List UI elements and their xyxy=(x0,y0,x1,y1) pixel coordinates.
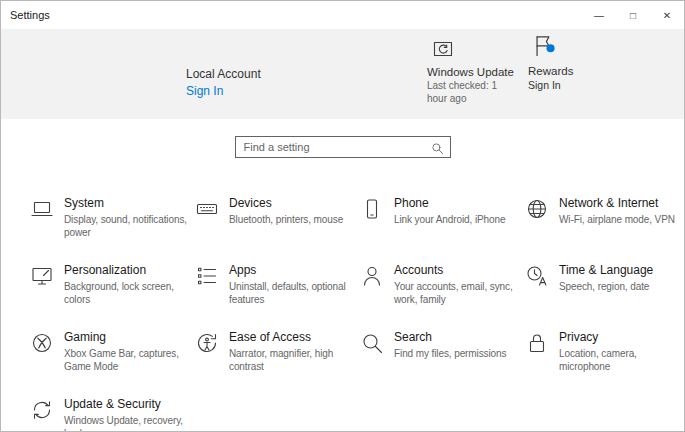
category-subtitle: Find my files, permissions xyxy=(394,347,506,360)
category-subtitle: Background, lock screen, colors xyxy=(64,280,187,306)
gaming-icon xyxy=(30,331,54,355)
category-title: Accounts xyxy=(394,263,517,277)
category-apps[interactable]: Apps Uninstall, defaults, optional featu… xyxy=(191,261,356,328)
category-subtitle: Wi-Fi, airplane mode, VPN xyxy=(559,213,675,226)
category-time-language[interactable]: Time & Language Speech, region, date xyxy=(521,261,685,328)
accounts-icon xyxy=(360,264,384,288)
category-phone[interactable]: Phone Link your Android, iPhone xyxy=(356,194,521,261)
search-box xyxy=(235,136,451,158)
category-subtitle: Display, sound, notifications, power xyxy=(64,213,187,239)
category-subtitle: Location, camera, microphone xyxy=(559,347,682,373)
category-privacy[interactable]: Privacy Location, camera, microphone xyxy=(521,328,685,395)
category-title: Network & Internet xyxy=(559,196,675,210)
windows-update-status: Last checked: 1 hour ago xyxy=(427,80,519,105)
category-title: Privacy xyxy=(559,330,682,344)
close-button[interactable]: ✕ xyxy=(650,1,684,29)
category-subtitle: Your accounts, email, sync, work, family xyxy=(394,280,517,306)
personalization-icon xyxy=(30,264,54,288)
search-input[interactable] xyxy=(236,137,450,157)
category-subtitle: Speech, region, date xyxy=(559,280,653,293)
category-title: Ease of Access xyxy=(229,330,352,344)
window-title: Settings xyxy=(1,1,50,29)
windows-update-block[interactable]: Windows Update Last checked: 1 hour ago xyxy=(427,37,522,105)
category-search[interactable]: Search Find my files, permissions xyxy=(356,328,521,395)
settings-window: Settings — □ ✕ Local Account Sign In Win… xyxy=(0,0,685,432)
category-update-security[interactable]: Update & Security Windows Update, recove… xyxy=(26,395,191,432)
account-block: Local Account Sign In xyxy=(186,67,261,98)
ease-of-access-icon xyxy=(195,331,219,355)
category-title: Devices xyxy=(229,196,343,210)
minimize-button[interactable]: — xyxy=(582,1,616,29)
privacy-icon xyxy=(525,331,549,355)
category-subtitle: Bluetooth, printers, mouse xyxy=(229,213,343,226)
local-account-label: Local Account xyxy=(186,67,261,81)
search-category-icon xyxy=(360,331,384,355)
windows-update-icon xyxy=(431,37,455,61)
rewards-icon xyxy=(532,33,559,60)
category-subtitle: Narrator, magnifier, high contrast xyxy=(229,347,352,373)
titlebar: Settings — □ ✕ xyxy=(1,1,684,29)
category-subtitle: Windows Update, recovery, backup xyxy=(64,414,187,432)
category-gaming[interactable]: Gaming Xbox Game Bar, captures, Game Mod… xyxy=(26,328,191,395)
categories-grid: System Display, sound, notifications, po… xyxy=(26,194,684,432)
account-sign-in-link[interactable]: Sign In xyxy=(186,84,261,98)
maximize-button[interactable]: □ xyxy=(616,1,650,29)
category-title: Apps xyxy=(229,263,352,277)
apps-icon xyxy=(195,264,219,288)
window-controls: — □ ✕ xyxy=(582,1,684,29)
search-icon xyxy=(431,141,444,154)
category-network[interactable]: Network & Internet Wi-Fi, airplane mode,… xyxy=(521,194,685,261)
devices-icon xyxy=(195,197,219,221)
update-security-icon xyxy=(30,398,54,422)
category-personalization[interactable]: Personalization Background, lock screen,… xyxy=(26,261,191,328)
network-icon xyxy=(525,197,549,221)
category-subtitle: Link your Android, iPhone xyxy=(394,213,505,226)
category-accounts[interactable]: Accounts Your accounts, email, sync, wor… xyxy=(356,261,521,328)
rewards-block[interactable]: Rewards Sign In xyxy=(528,33,618,92)
phone-icon xyxy=(360,197,384,221)
rewards-label: Rewards xyxy=(528,65,618,77)
time-language-icon xyxy=(525,264,549,288)
category-title: Search xyxy=(394,330,506,344)
category-title: Time & Language xyxy=(559,263,653,277)
category-ease-of-access[interactable]: Ease of Access Narrator, magnifier, high… xyxy=(191,328,356,395)
category-title: System xyxy=(64,196,187,210)
category-devices[interactable]: Devices Bluetooth, printers, mouse xyxy=(191,194,356,261)
category-title: Update & Security xyxy=(64,397,187,411)
hero-header: Local Account Sign In Windows Update Las… xyxy=(1,29,684,119)
rewards-sign-in[interactable]: Sign In xyxy=(528,79,620,92)
windows-update-label: Windows Update xyxy=(427,66,522,78)
category-system[interactable]: System Display, sound, notifications, po… xyxy=(26,194,191,261)
system-icon xyxy=(30,197,54,221)
category-title: Personalization xyxy=(64,263,187,277)
category-subtitle: Xbox Game Bar, captures, Game Mode xyxy=(64,347,187,373)
category-title: Phone xyxy=(394,196,505,210)
category-subtitle: Uninstall, defaults, optional features xyxy=(229,280,352,306)
category-title: Gaming xyxy=(64,330,187,344)
